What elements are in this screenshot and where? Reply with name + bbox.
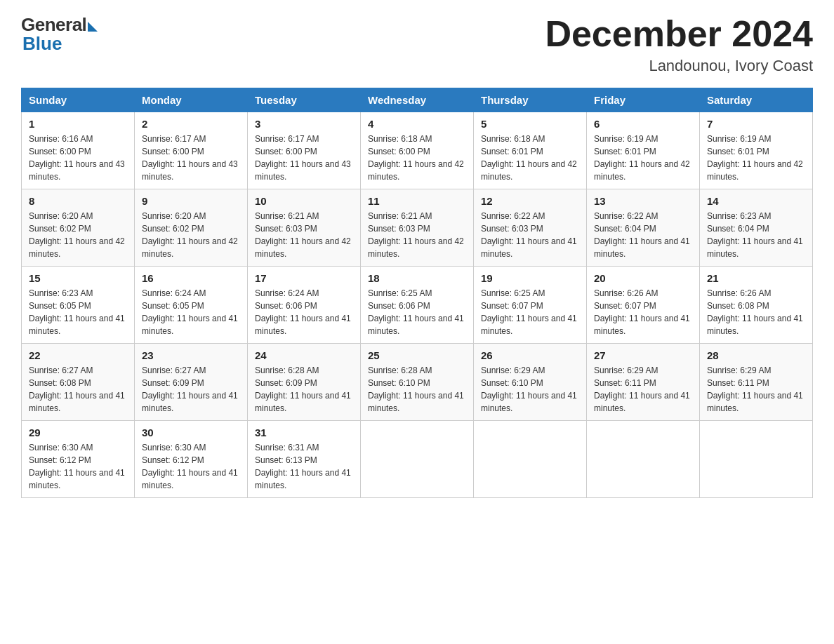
day-number: 18 bbox=[368, 272, 466, 284]
calendar-cell: 26 Sunrise: 6:29 AMSunset: 6:10 PMDaylig… bbox=[474, 344, 587, 421]
calendar-cell: 30 Sunrise: 6:30 AMSunset: 6:12 PMDaylig… bbox=[135, 421, 248, 498]
day-info: Sunrise: 6:18 AMSunset: 6:01 PMDaylight:… bbox=[481, 134, 577, 182]
day-number: 29 bbox=[29, 427, 127, 438]
day-info: Sunrise: 6:17 AMSunset: 6:00 PMDaylight:… bbox=[255, 134, 351, 182]
calendar-cell: 4 Sunrise: 6:18 AMSunset: 6:00 PMDayligh… bbox=[361, 112, 474, 189]
calendar-week-row: 22 Sunrise: 6:27 AMSunset: 6:08 PMDaylig… bbox=[22, 344, 813, 421]
day-number: 19 bbox=[481, 272, 579, 284]
calendar-cell: 11 Sunrise: 6:21 AMSunset: 6:03 PMDaylig… bbox=[361, 189, 474, 267]
day-info: Sunrise: 6:26 AMSunset: 6:07 PMDaylight:… bbox=[594, 288, 690, 336]
day-info: Sunrise: 6:19 AMSunset: 6:01 PMDaylight:… bbox=[594, 134, 690, 182]
day-info: Sunrise: 6:25 AMSunset: 6:07 PMDaylight:… bbox=[481, 288, 577, 336]
calendar-cell: 13 Sunrise: 6:22 AMSunset: 6:04 PMDaylig… bbox=[587, 189, 700, 267]
day-info: Sunrise: 6:29 AMSunset: 6:11 PMDaylight:… bbox=[707, 365, 803, 413]
day-info: Sunrise: 6:29 AMSunset: 6:11 PMDaylight:… bbox=[594, 365, 690, 413]
day-info: Sunrise: 6:16 AMSunset: 6:00 PMDaylight:… bbox=[29, 134, 125, 182]
calendar-cell: 16 Sunrise: 6:24 AMSunset: 6:05 PMDaylig… bbox=[135, 267, 248, 344]
calendar-week-row: 15 Sunrise: 6:23 AMSunset: 6:05 PMDaylig… bbox=[22, 267, 813, 344]
calendar-cell: 1 Sunrise: 6:16 AMSunset: 6:00 PMDayligh… bbox=[22, 112, 135, 189]
logo-blue-text: Blue bbox=[21, 33, 62, 55]
calendar-cell: 20 Sunrise: 6:26 AMSunset: 6:07 PMDaylig… bbox=[587, 267, 700, 344]
calendar-cell bbox=[361, 421, 474, 498]
calendar-cell: 8 Sunrise: 6:20 AMSunset: 6:02 PMDayligh… bbox=[22, 189, 135, 267]
calendar-cell: 17 Sunrise: 6:24 AMSunset: 6:06 PMDaylig… bbox=[248, 267, 361, 344]
calendar-cell: 22 Sunrise: 6:27 AMSunset: 6:08 PMDaylig… bbox=[22, 344, 135, 421]
day-number: 25 bbox=[368, 349, 466, 361]
day-info: Sunrise: 6:25 AMSunset: 6:06 PMDaylight:… bbox=[368, 288, 464, 336]
calendar-cell: 19 Sunrise: 6:25 AMSunset: 6:07 PMDaylig… bbox=[474, 267, 587, 344]
day-number: 12 bbox=[481, 195, 579, 207]
day-info: Sunrise: 6:24 AMSunset: 6:05 PMDaylight:… bbox=[142, 288, 238, 336]
day-number: 8 bbox=[29, 195, 127, 207]
calendar-cell: 5 Sunrise: 6:18 AMSunset: 6:01 PMDayligh… bbox=[474, 112, 587, 189]
day-number: 31 bbox=[255, 427, 353, 438]
day-number: 7 bbox=[707, 118, 805, 130]
calendar-cell: 2 Sunrise: 6:17 AMSunset: 6:00 PMDayligh… bbox=[135, 112, 248, 189]
day-info: Sunrise: 6:29 AMSunset: 6:10 PMDaylight:… bbox=[481, 365, 577, 413]
day-number: 28 bbox=[707, 349, 805, 361]
col-header-tuesday: Tuesday bbox=[248, 88, 361, 112]
day-number: 13 bbox=[594, 195, 692, 207]
day-number: 23 bbox=[142, 349, 240, 361]
calendar-table: SundayMondayTuesdayWednesdayThursdayFrid… bbox=[21, 88, 813, 498]
calendar-cell bbox=[587, 421, 700, 498]
day-number: 30 bbox=[142, 427, 240, 438]
calendar-cell: 28 Sunrise: 6:29 AMSunset: 6:11 PMDaylig… bbox=[700, 344, 813, 421]
day-number: 10 bbox=[255, 195, 353, 207]
col-header-monday: Monday bbox=[135, 88, 248, 112]
day-info: Sunrise: 6:21 AMSunset: 6:03 PMDaylight:… bbox=[368, 211, 464, 259]
day-info: Sunrise: 6:20 AMSunset: 6:02 PMDaylight:… bbox=[29, 211, 125, 259]
day-number: 3 bbox=[255, 118, 353, 130]
col-header-sunday: Sunday bbox=[22, 88, 135, 112]
day-info: Sunrise: 6:28 AMSunset: 6:10 PMDaylight:… bbox=[368, 365, 464, 413]
day-info: Sunrise: 6:23 AMSunset: 6:05 PMDaylight:… bbox=[29, 288, 125, 336]
calendar-week-row: 29 Sunrise: 6:30 AMSunset: 6:12 PMDaylig… bbox=[22, 421, 813, 498]
calendar-cell: 15 Sunrise: 6:23 AMSunset: 6:05 PMDaylig… bbox=[22, 267, 135, 344]
day-info: Sunrise: 6:18 AMSunset: 6:00 PMDaylight:… bbox=[368, 134, 464, 182]
day-info: Sunrise: 6:27 AMSunset: 6:08 PMDaylight:… bbox=[29, 365, 125, 413]
logo-arrow-icon bbox=[88, 22, 98, 32]
day-number: 1 bbox=[29, 118, 127, 130]
calendar-cell: 9 Sunrise: 6:20 AMSunset: 6:02 PMDayligh… bbox=[135, 189, 248, 267]
calendar-cell: 6 Sunrise: 6:19 AMSunset: 6:01 PMDayligh… bbox=[587, 112, 700, 189]
calendar-cell bbox=[474, 421, 587, 498]
day-number: 2 bbox=[142, 118, 240, 130]
logo: General Blue bbox=[21, 14, 98, 55]
day-info: Sunrise: 6:24 AMSunset: 6:06 PMDaylight:… bbox=[255, 288, 351, 336]
col-header-wednesday: Wednesday bbox=[361, 88, 474, 112]
day-number: 17 bbox=[255, 272, 353, 284]
day-info: Sunrise: 6:23 AMSunset: 6:04 PMDaylight:… bbox=[707, 211, 803, 259]
col-header-thursday: Thursday bbox=[474, 88, 587, 112]
day-number: 22 bbox=[29, 349, 127, 361]
col-header-friday: Friday bbox=[587, 88, 700, 112]
calendar-cell: 3 Sunrise: 6:17 AMSunset: 6:00 PMDayligh… bbox=[248, 112, 361, 189]
calendar-cell: 21 Sunrise: 6:26 AMSunset: 6:08 PMDaylig… bbox=[700, 267, 813, 344]
day-number: 4 bbox=[368, 118, 466, 130]
calendar-week-row: 1 Sunrise: 6:16 AMSunset: 6:00 PMDayligh… bbox=[22, 112, 813, 189]
day-number: 24 bbox=[255, 349, 353, 361]
day-number: 14 bbox=[707, 195, 805, 207]
day-info: Sunrise: 6:31 AMSunset: 6:13 PMDaylight:… bbox=[255, 443, 351, 490]
calendar-cell: 24 Sunrise: 6:28 AMSunset: 6:09 PMDaylig… bbox=[248, 344, 361, 421]
day-number: 11 bbox=[368, 195, 466, 207]
calendar-cell: 10 Sunrise: 6:21 AMSunset: 6:03 PMDaylig… bbox=[248, 189, 361, 267]
day-info: Sunrise: 6:22 AMSunset: 6:03 PMDaylight:… bbox=[481, 211, 577, 259]
day-info: Sunrise: 6:30 AMSunset: 6:12 PMDaylight:… bbox=[29, 443, 125, 490]
calendar-cell: 12 Sunrise: 6:22 AMSunset: 6:03 PMDaylig… bbox=[474, 189, 587, 267]
day-info: Sunrise: 6:27 AMSunset: 6:09 PMDaylight:… bbox=[142, 365, 238, 413]
calendar-cell: 29 Sunrise: 6:30 AMSunset: 6:12 PMDaylig… bbox=[22, 421, 135, 498]
day-number: 21 bbox=[707, 272, 805, 284]
day-number: 9 bbox=[142, 195, 240, 207]
title-block: December 2024 Landounou, Ivory Coast bbox=[545, 14, 813, 75]
calendar-cell: 18 Sunrise: 6:25 AMSunset: 6:06 PMDaylig… bbox=[361, 267, 474, 344]
day-info: Sunrise: 6:17 AMSunset: 6:00 PMDaylight:… bbox=[142, 134, 238, 182]
day-info: Sunrise: 6:22 AMSunset: 6:04 PMDaylight:… bbox=[594, 211, 690, 259]
calendar-cell: 31 Sunrise: 6:31 AMSunset: 6:13 PMDaylig… bbox=[248, 421, 361, 498]
page-header: General Blue December 2024 Landounou, Iv… bbox=[21, 14, 813, 75]
location-label: Landounou, Ivory Coast bbox=[545, 57, 813, 75]
day-info: Sunrise: 6:26 AMSunset: 6:08 PMDaylight:… bbox=[707, 288, 803, 336]
day-info: Sunrise: 6:30 AMSunset: 6:12 PMDaylight:… bbox=[142, 443, 238, 490]
calendar-cell: 27 Sunrise: 6:29 AMSunset: 6:11 PMDaylig… bbox=[587, 344, 700, 421]
day-number: 15 bbox=[29, 272, 127, 284]
month-title: December 2024 bbox=[545, 14, 813, 54]
